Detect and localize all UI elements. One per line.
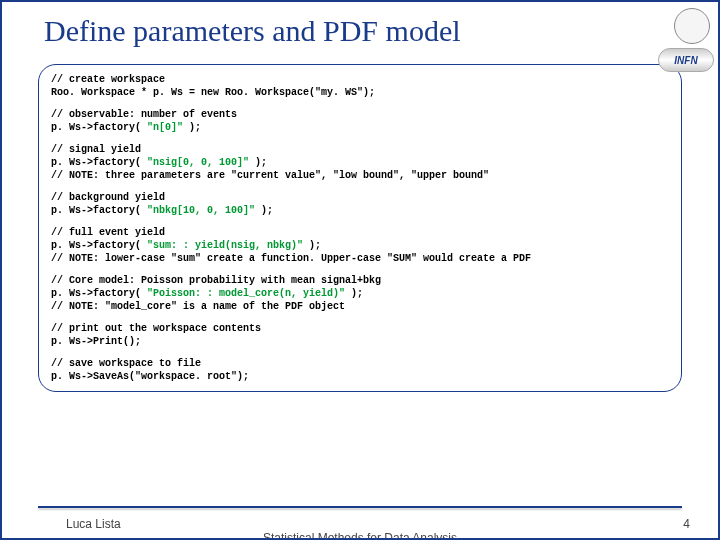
string-literal: "nbkg[10, 0, 100]": [147, 205, 255, 216]
footer-title: Statistical Methods for Data Analysis: [2, 531, 718, 540]
code-comment: // create workspace: [51, 73, 669, 86]
code-comment: // background yield: [51, 191, 669, 204]
code-line: Roo. Workspace * p. Ws = new Roo. Worksp…: [51, 86, 669, 99]
code-note: // NOTE: three parameters are "current v…: [51, 169, 669, 182]
code-line: p. Ws->factory( "nbkg[10, 0, 100]" );: [51, 204, 669, 217]
slide-number: 4: [683, 517, 690, 531]
code-line: p. Ws->factory( "sum: : yield(nsig, nbkg…: [51, 239, 669, 252]
code-line: p. Ws->factory( "Poisson: : model_core(n…: [51, 287, 669, 300]
footer-author: Luca Lista: [66, 517, 121, 531]
code-comment: // observable: number of events: [51, 108, 669, 121]
code-note: // NOTE: lower-case "sum" create a funct…: [51, 252, 669, 265]
code-line: p. Ws->SaveAs("workspace. root");: [51, 370, 669, 383]
code-box: // create workspace Roo. Workspace * p. …: [38, 64, 682, 392]
code-line: p. Ws->Print();: [51, 335, 669, 348]
slide-title: Define parameters and PDF model: [2, 2, 718, 48]
string-literal: "nsig[0, 0, 100]": [147, 157, 249, 168]
string-literal: "sum: : yield(nsig, nbkg)": [147, 240, 303, 251]
code-comment: // Core model: Poisson probability with …: [51, 274, 669, 287]
code-comment: // signal yield: [51, 143, 669, 156]
code-comment: // full event yield: [51, 226, 669, 239]
string-literal: "Poisson: : model_core(n, yield)": [147, 288, 345, 299]
code-comment: // print out the workspace contents: [51, 322, 669, 335]
code-line: p. Ws->factory( "nsig[0, 0, 100]" );: [51, 156, 669, 169]
seal-logo: [674, 8, 710, 44]
infn-logo: INFN: [658, 48, 714, 72]
code-note: // NOTE: "model_core" is a name of the P…: [51, 300, 669, 313]
code-line: p. Ws->factory( "n[0]" );: [51, 121, 669, 134]
footer-rule: [38, 506, 682, 508]
string-literal: "n[0]": [147, 122, 183, 133]
code-comment: // save workspace to file: [51, 357, 669, 370]
